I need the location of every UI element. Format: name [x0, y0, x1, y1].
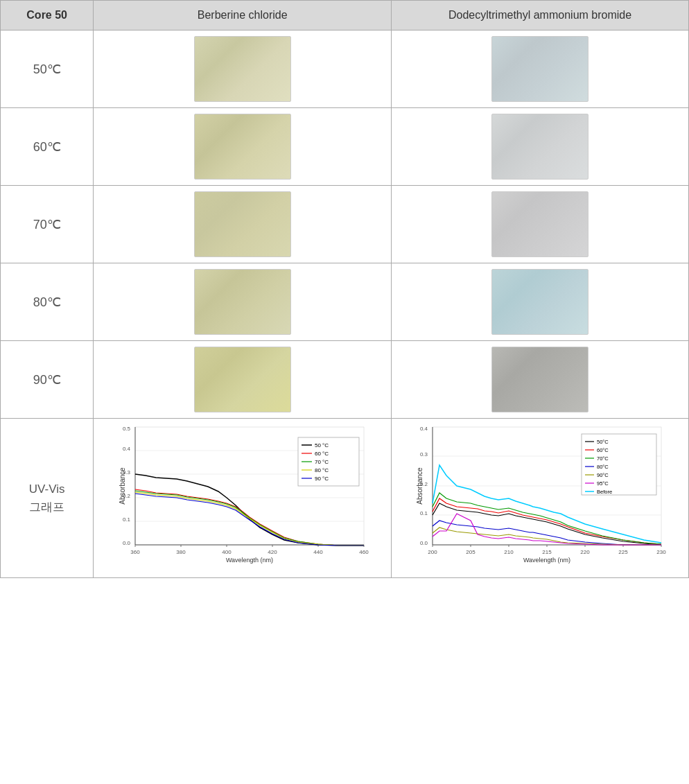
- svg-text:0.0: 0.0: [420, 540, 428, 546]
- temp-90: 90℃: [1, 341, 94, 419]
- svg-text:90 °C: 90 °C: [315, 476, 329, 482]
- berb-80-cell: [94, 263, 392, 341]
- svg-text:460: 460: [359, 549, 369, 555]
- svg-text:0.2: 0.2: [123, 493, 131, 499]
- berb-chart-wrap: Absorbance 0.0 0.1 0.2 0.3 0.4 0.5: [98, 422, 387, 575]
- uv-vis-label: UV-Vis 그래프: [1, 419, 94, 578]
- svg-text:215: 215: [542, 549, 552, 555]
- berb-chart-cell: Absorbance 0.0 0.1 0.2 0.3 0.4 0.5: [94, 419, 392, 578]
- dodec-80-cell: [392, 263, 689, 341]
- dodec-70-swatch: [491, 191, 588, 257]
- berb-70-cell: [94, 186, 392, 263]
- berb-uv-chart: Absorbance 0.0 0.1 0.2 0.3 0.4 0.5: [104, 424, 381, 573]
- svg-text:220: 220: [580, 549, 590, 555]
- svg-text:0.3: 0.3: [420, 451, 428, 458]
- temp-60: 60℃: [1, 108, 94, 186]
- berb-50-swatch: [194, 36, 291, 102]
- dodec-90-cell: [392, 341, 689, 419]
- svg-text:90°C: 90°C: [597, 472, 609, 478]
- temp-80: 80℃: [1, 263, 94, 341]
- svg-text:230: 230: [656, 549, 666, 555]
- svg-text:50 °C: 50 °C: [315, 442, 329, 448]
- berb-x-axis-label: Wavelength (nm): [226, 557, 273, 564]
- svg-text:205: 205: [466, 549, 476, 555]
- dodec-70-cell: [392, 186, 689, 263]
- dodec-50-cell: [392, 31, 689, 108]
- dodec-x-axis-label: Wavelength (nm): [523, 557, 570, 564]
- dodec-chart-wrap: Absorbance 0.0 0.1 0.2 0.3 0.4: [396, 422, 684, 575]
- svg-text:0.4: 0.4: [420, 426, 428, 432]
- svg-text:80°C: 80°C: [597, 464, 609, 470]
- temp-50: 50℃: [1, 31, 94, 108]
- berberine-header: Berberine chloride: [94, 1, 392, 31]
- berb-60-cell: [94, 108, 392, 186]
- svg-text:0.3: 0.3: [123, 469, 131, 476]
- svg-text:60 °C: 60 °C: [315, 451, 329, 457]
- svg-text:400: 400: [222, 549, 232, 555]
- svg-text:360: 360: [130, 549, 140, 555]
- svg-rect-63: [582, 434, 656, 495]
- svg-text:60°C: 60°C: [597, 447, 609, 453]
- svg-text:0.5: 0.5: [123, 426, 131, 432]
- svg-text:0.4: 0.4: [123, 446, 131, 452]
- berb-90-swatch: [194, 347, 291, 412]
- svg-text:0.1: 0.1: [420, 510, 428, 516]
- berb-80-swatch: [194, 269, 291, 335]
- berb-60-swatch: [194, 114, 291, 180]
- svg-text:50°C: 50°C: [597, 439, 609, 445]
- svg-text:80 °C: 80 °C: [315, 467, 329, 473]
- berb-50-cell: [94, 31, 392, 108]
- dodec-60-swatch: [491, 114, 588, 180]
- dodec-chart-cell: Absorbance 0.0 0.1 0.2 0.3 0.4: [392, 419, 689, 578]
- core-label: Core 50: [1, 1, 94, 31]
- dodec-80-swatch: [491, 269, 588, 335]
- dodecyl-header: Dodecyltrimethyl ammonium bromide: [392, 1, 689, 31]
- svg-text:0.0: 0.0: [123, 540, 131, 546]
- dodec-60-cell: [392, 108, 689, 186]
- svg-text:70 °C: 70 °C: [315, 459, 329, 465]
- svg-text:0.1: 0.1: [123, 516, 131, 523]
- svg-text:95°C: 95°C: [597, 480, 609, 487]
- dodec-90-swatch: [491, 347, 588, 412]
- svg-text:420: 420: [268, 549, 277, 555]
- svg-text:0.2: 0.2: [420, 481, 428, 487]
- dodec-uv-chart: Absorbance 0.0 0.1 0.2 0.3 0.4: [401, 424, 679, 573]
- svg-text:440: 440: [313, 549, 323, 555]
- svg-text:380: 380: [176, 549, 186, 555]
- temp-70: 70℃: [1, 186, 94, 263]
- svg-text:70°C: 70°C: [597, 455, 609, 462]
- berb-90-cell: [94, 341, 392, 419]
- svg-text:210: 210: [504, 549, 514, 555]
- svg-text:Before: Before: [597, 489, 612, 495]
- svg-text:225: 225: [618, 549, 628, 555]
- berb-70-swatch: [194, 191, 291, 257]
- svg-text:200: 200: [428, 549, 437, 555]
- dodec-50-swatch: [491, 36, 588, 102]
